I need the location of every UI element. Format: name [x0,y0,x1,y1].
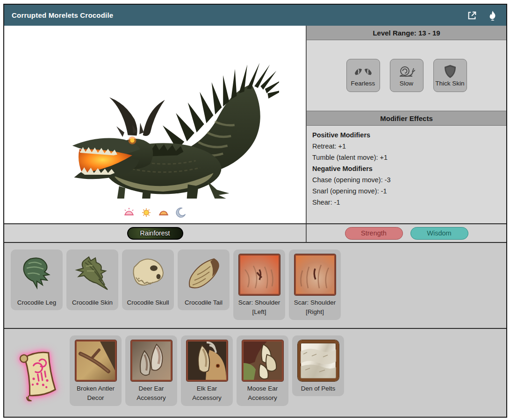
modifier-effects-header: Modifier Effects [307,111,506,126]
drop-label: Crocodile Skin [72,296,113,307]
drop-label: Crocodile Skull [127,296,169,307]
dusk-icon [158,207,169,218]
trait-label: Fearless [351,80,375,87]
drop-card-crocodile-leg[interactable]: Crocodile Leg [11,249,63,310]
drop-card-scar-shoulder-right[interactable]: Scar: Shoulder [Right] [289,249,341,320]
shield-icon [441,64,460,78]
drop-card-scar-shoulder-left[interactable]: Scar: Shoulder [Left] [233,249,285,320]
biome-label: Rainforest [140,229,170,237]
crocodile-skin-image [71,253,114,296]
trait-thick-skin-button[interactable]: Thick Skin [433,59,467,92]
active-times [4,207,306,218]
decor-label: Moose Ear Accessory [239,382,286,403]
elk-ear-image [185,339,229,382]
crocodile-leg-image [15,253,58,296]
pink-scroll-icon[interactable] [17,349,60,403]
snail-icon [397,64,416,78]
biome-band: Rainforest [4,224,307,242]
decor-card-moose-ear[interactable]: Moose Ear Accessory [237,335,288,406]
page-title: Corrupted Morelets Crocodile [12,11,113,19]
drop-label: Crocodile Tail [185,296,223,307]
creature-window: Corrupted Morelets Crocodile [3,4,507,418]
modifier-effects-title: Modifier Effects [380,114,433,122]
drop-label: Scar: Shoulder [Left] [236,296,283,317]
modifier-line: Shear: -1 [312,199,501,206]
dawn-icon [123,207,135,218]
titlebar: Corrupted Morelets Crocodile [4,5,506,26]
negative-modifiers-heading: Negative Modifiers [312,165,501,172]
scar-shoulder-left-image [237,253,281,296]
modifier-line: Chase (opening move): -3 [312,176,501,184]
drop-label: Scar: Shoulder [Right] [291,296,338,317]
drop-label: Crocodile Leg [17,296,56,307]
stats-band: Strength Wisdom [307,224,506,242]
decor-label: Deer Ear Accessory [128,382,175,403]
info-column: Level Range: 13 - 19 Fearless [307,26,506,223]
creature-art-panel [4,26,307,223]
external-link-icon[interactable] [466,9,478,21]
decor-label: Elk Ear Accessory [183,382,230,403]
predator-eyes-icon [354,64,373,78]
decor-label: Broken Antler Decor [72,382,119,403]
decor-card-elk-ear[interactable]: Elk Ear Accessory [181,335,233,406]
wisdom-label: Wisdom [427,229,451,237]
level-range-text: Level Range: 13 - 19 [373,29,440,37]
positive-modifiers-heading: Positive Modifiers [312,131,501,139]
deer-ear-image [129,339,173,382]
day-icon [141,207,152,218]
traits-panel: Fearless Slow [307,40,506,111]
strength-label: Strength [361,229,387,237]
trait-label: Thick Skin [435,80,464,87]
decor-card-broken-antler[interactable]: Broken Antler Decor [70,335,122,406]
flame-icon[interactable] [487,9,499,21]
scar-shoulder-right-image [293,253,337,296]
night-icon [175,207,187,218]
moose-ear-image [241,339,284,382]
main-row: Level Range: 13 - 19 Fearless [4,26,506,224]
decor-label: Den of Pelts [301,382,336,393]
creature-image [31,44,279,200]
level-range-header: Level Range: 13 - 19 [307,26,506,40]
den-of-pelts-image [296,339,340,382]
drop-card-crocodile-tail[interactable]: Crocodile Tail [178,249,230,310]
modifier-list: Positive Modifiers Retreat: +1 Tumble (t… [307,126,506,210]
drop-card-crocodile-skin[interactable]: Crocodile Skin [66,249,118,310]
broken-antler-image [74,339,117,382]
crocodile-skull-image [126,253,170,296]
modifier-line: Snarl (opening move): -1 [312,187,501,195]
decor-card-deer-ear[interactable]: Deer Ear Accessory [125,335,177,406]
modifier-line: Retreat: +1 [312,142,501,150]
modifier-line: Tumble (talent move): +1 [312,154,501,161]
decor-section: Broken Antler Decor Dee [4,329,506,417]
wisdom-button[interactable]: Wisdom [410,227,468,240]
band-row: Rainforest Strength Wisdom [4,224,506,243]
strength-button[interactable]: Strength [345,227,403,240]
drop-card-crocodile-skull[interactable]: Crocodile Skull [122,249,174,310]
crocodile-tail-image [182,253,225,296]
trait-fearless-button[interactable]: Fearless [346,59,380,92]
trait-slow-button[interactable]: Slow [390,59,424,92]
biome-rainforest-button[interactable]: Rainforest [127,227,183,240]
drops-section: Crocodile Leg Crocodile Skin [4,243,506,329]
trait-label: Slow [400,80,413,87]
decor-card-den-of-pelts[interactable]: Den of Pelts [292,335,344,396]
